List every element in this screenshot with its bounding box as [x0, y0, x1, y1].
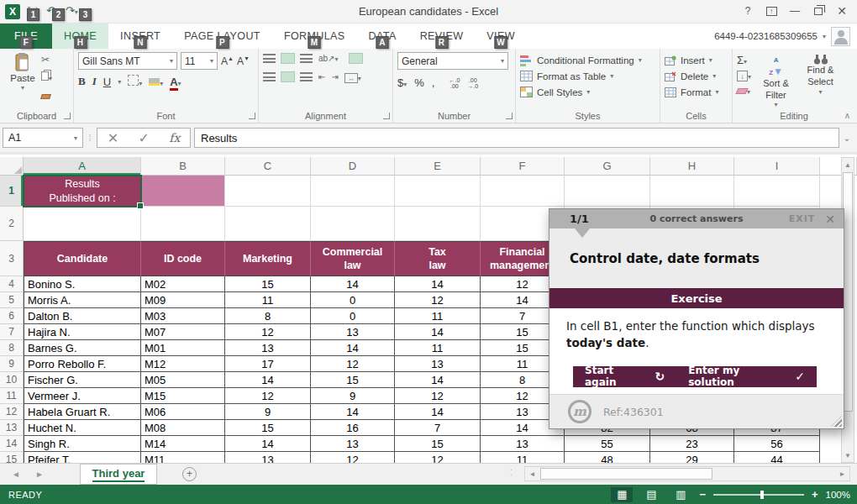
scroll-left-arrow[interactable]: ◄ — [525, 467, 539, 480]
cell-G1[interactable] — [565, 176, 650, 207]
page-layout-view-button[interactable]: ▤ — [640, 487, 662, 502]
wrap-text-button[interactable] — [350, 54, 362, 63]
zoom-level[interactable]: 100% — [826, 490, 850, 500]
dialog-resize-handle[interactable] — [831, 416, 842, 427]
cell-A6[interactable]: Dalton B. — [24, 308, 141, 324]
cell-A15[interactable]: Pfeifer T. — [24, 452, 141, 463]
cell-C11[interactable]: 12 — [225, 388, 311, 404]
increase-indent-button[interactable]: ⇥ — [331, 72, 338, 81]
cell-E15[interactable]: 12 — [395, 452, 481, 463]
cell-I1[interactable] — [734, 176, 820, 207]
cell-A8[interactable]: Barnes G. — [24, 340, 141, 356]
autosum-button[interactable]: Σ▾ — [737, 54, 751, 66]
align-right-button[interactable] — [300, 72, 313, 81]
cell-F14[interactable]: 13 — [481, 436, 565, 452]
cell-C6[interactable]: 8 — [225, 308, 311, 324]
cell-E7[interactable]: 14 — [395, 324, 481, 340]
row-header-6[interactable]: 6 — [0, 308, 24, 324]
next-sheet-button[interactable]: ► — [35, 470, 44, 479]
row-header-13[interactable]: 13 — [0, 420, 24, 436]
find-select-button[interactable]: Find & Select▾ — [801, 52, 840, 109]
column-header-B[interactable]: B — [141, 157, 225, 176]
delete-cells-button[interactable]: Delete▾ — [665, 68, 728, 84]
merge-center-button[interactable]: ↔▾ — [344, 69, 361, 84]
cell-I15[interactable]: 44 — [734, 452, 820, 463]
scroll-up-arrow[interactable]: ▲ — [842, 158, 854, 171]
cell-D5[interactable]: 0 — [311, 292, 395, 308]
cell-E9[interactable]: 13 — [395, 356, 481, 372]
avatar[interactable] — [831, 27, 850, 46]
cell-B13[interactable]: M08 — [141, 420, 225, 436]
close-button[interactable]: ✕ — [830, 2, 854, 20]
percent-style-button[interactable]: % — [414, 76, 424, 89]
cell-C15[interactable]: 13 — [225, 452, 311, 463]
insert-cells-button[interactable]: Insert▾ — [665, 52, 728, 68]
cell-D4[interactable]: 14 — [311, 276, 395, 292]
cell-D11[interactable]: 9 — [311, 388, 395, 404]
cell-C5[interactable]: 11 — [225, 292, 311, 308]
number-dialog-launcher[interactable] — [506, 113, 513, 119]
underline-button[interactable]: U — [103, 76, 111, 88]
insert-function-button[interactable]: fx — [169, 131, 180, 144]
cell-E5[interactable]: 12 — [395, 292, 481, 308]
cell-B11[interactable]: M15 — [141, 388, 225, 404]
cell-E11[interactable]: 12 — [395, 388, 481, 404]
dialog-close-icon[interactable]: ✕ — [825, 213, 835, 226]
alignment-dialog-launcher[interactable] — [383, 113, 390, 119]
font-dialog-launcher[interactable] — [249, 113, 255, 119]
new-sheet-button[interactable]: + — [182, 467, 197, 481]
align-middle-button[interactable] — [281, 54, 294, 63]
font-name-combo[interactable]: Gill Sans MT▾ — [78, 52, 177, 70]
row-header-10[interactable]: 10 — [0, 372, 24, 388]
help-button[interactable]: ? — [736, 2, 760, 20]
increase-decimal-button[interactable]: ←.0.00 — [449, 77, 460, 89]
tab-data[interactable]: DATAA — [357, 24, 408, 49]
cell-I14[interactable]: 56 — [734, 436, 820, 452]
cell-E12[interactable]: 14 — [395, 404, 481, 420]
cell-D1[interactable] — [311, 176, 395, 207]
cell-H15[interactable]: 29 — [650, 452, 734, 463]
row-header-8[interactable]: 8 — [0, 340, 24, 356]
row-header-3[interactable]: 3 — [0, 241, 24, 276]
cell-E8[interactable]: 11 — [395, 340, 481, 356]
cell-B4[interactable]: M02 — [141, 276, 225, 292]
cell-D14[interactable]: 13 — [311, 436, 395, 452]
cell-A5[interactable]: Morris A. — [24, 292, 141, 308]
collapse-ribbon-button[interactable]: ∧ — [844, 111, 850, 120]
cell-D2[interactable] — [311, 207, 395, 241]
align-left-button[interactable] — [263, 72, 276, 81]
cell-A4[interactable]: Bonino S. — [24, 276, 141, 292]
horizontal-scroll-thumb[interactable] — [540, 468, 712, 480]
decrease-font-button[interactable]: A▼ — [237, 55, 250, 67]
cell-E13[interactable]: 7 — [395, 420, 481, 436]
cell-B10[interactable]: M05 — [141, 372, 225, 388]
cell-C13[interactable]: 15 — [225, 420, 311, 436]
tab-page-layout[interactable]: PAGE LAYOUTP — [172, 24, 272, 49]
row-header-2[interactable]: 2 — [0, 207, 24, 241]
clipboard-dialog-launcher[interactable] — [64, 113, 71, 119]
cell-E1[interactable] — [395, 176, 481, 207]
paste-button[interactable]: Paste▾ — [4, 52, 41, 102]
cell-A7[interactable]: Hajira N. — [24, 324, 141, 340]
number-format-combo[interactable]: General▾ — [397, 52, 508, 70]
conditional-formatting-button[interactable]: Conditional Formatting▾ — [520, 52, 655, 68]
tab-formulas[interactable]: FORMULASM — [272, 24, 357, 49]
tab-view[interactable]: VIEWW — [475, 24, 527, 49]
cell-A11[interactable]: Vermeer J. — [24, 388, 141, 404]
cell-D6[interactable]: 0 — [311, 308, 395, 324]
name-box[interactable]: A1▾ — [3, 128, 83, 148]
cell-A14[interactable]: Singh R. — [24, 436, 141, 452]
zoom-slider-handle[interactable] — [760, 491, 764, 499]
cell-C12[interactable]: 9 — [225, 404, 311, 420]
cell-B6[interactable]: M03 — [141, 308, 225, 324]
cell-C7[interactable]: 12 — [225, 324, 311, 340]
cell-A12[interactable]: Habela Gruart R. — [24, 404, 141, 420]
row-header-11[interactable]: 11 — [0, 388, 24, 404]
fill-button[interactable]: ↓▾ — [737, 69, 751, 81]
tab-review[interactable]: REVIEWR — [408, 24, 476, 49]
expand-formula-bar-button[interactable]: ⌄ — [839, 134, 854, 143]
row-header-15[interactable]: 15 — [0, 452, 24, 463]
formula-input[interactable]: Results — [194, 128, 839, 148]
cell-C4[interactable]: 15 — [225, 276, 311, 292]
cell-E14[interactable]: 15 — [395, 436, 481, 452]
